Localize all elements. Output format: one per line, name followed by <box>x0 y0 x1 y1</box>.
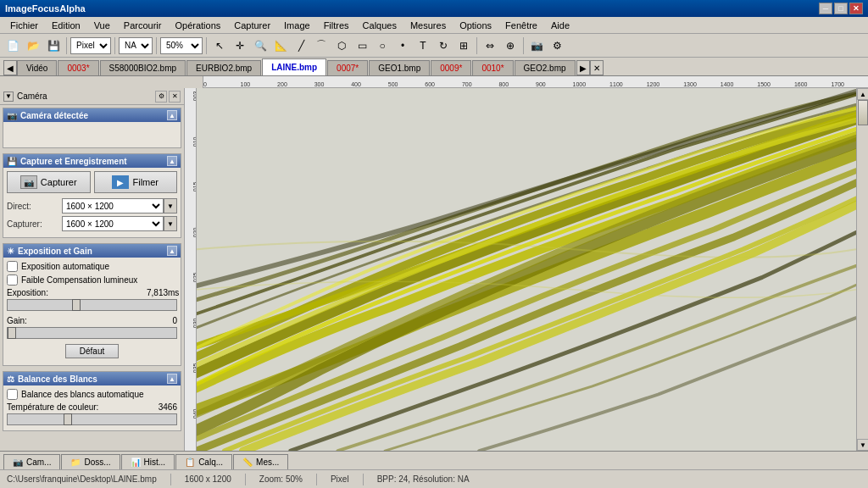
line-tool[interactable]: ╱ <box>292 36 310 55</box>
open-button[interactable]: 📂 <box>24 36 42 55</box>
direct-btn[interactable]: ▼ <box>164 198 177 214</box>
curve-tool[interactable]: ⌒ <box>312 36 331 55</box>
toolbar-sep-2 <box>114 37 115 54</box>
bottom-tab-icon-0: 📷 <box>13 458 23 467</box>
image-container[interactable] <box>197 88 856 451</box>
settings-tool[interactable]: ⚙ <box>548 36 566 55</box>
menu-item-image[interactable]: Image <box>277 19 317 32</box>
app-title: ImageFocusAlpha <box>5 3 86 14</box>
auto-expo-checkbox[interactable] <box>7 261 18 272</box>
tab-7[interactable]: 0009* <box>431 60 471 75</box>
auto-balance-checkbox[interactable] <box>7 389 18 400</box>
menu-item-parcourir[interactable]: Parcourir <box>117 19 169 32</box>
calibrate-tool[interactable]: ⊕ <box>501 36 520 55</box>
measure-tool[interactable]: 📐 <box>271 36 290 55</box>
point-tool[interactable]: • <box>393 36 412 55</box>
h-ruler-mark-5: 500 <box>388 81 398 87</box>
camera-config-button[interactable]: ⚙ <box>155 91 167 103</box>
camera-close-button[interactable]: ✕ <box>169 91 181 103</box>
status-zoom: Zoom: 50% <box>259 474 303 484</box>
film-btn-icon: ▶ <box>112 175 129 189</box>
pointer-tool[interactable]: ↖ <box>210 36 229 55</box>
tab-3[interactable]: EURBIO2.bmp <box>186 60 261 75</box>
menu-item-edition[interactable]: Edition <box>45 19 87 32</box>
menu-item-fichier[interactable]: Fichier <box>3 19 45 32</box>
capturer-btn[interactable]: ▼ <box>164 216 177 231</box>
tab-9[interactable]: GEO2.bmp <box>515 60 576 75</box>
capturer-select[interactable]: 1600 × 1200 <box>62 216 164 231</box>
tab-2[interactable]: S58000BIO2.bmp <box>100 60 186 75</box>
default-button[interactable]: Défaut <box>65 344 119 358</box>
scroll-thumb[interactable] <box>858 100 868 125</box>
bottom-tab-0[interactable]: 📷Cam... <box>3 454 60 469</box>
camera-collapse-button[interactable]: ▼ <box>3 92 14 102</box>
exposition-slider[interactable] <box>7 299 177 311</box>
text-tool[interactable]: T <box>414 36 432 55</box>
na-select[interactable]: NA <box>119 37 153 54</box>
faible-comp-checkbox[interactable] <box>7 274 18 286</box>
tab-6[interactable]: GEO1.bmp <box>369 60 430 75</box>
close-button[interactable]: ✕ <box>849 3 863 14</box>
tabs-close-button[interactable]: ✕ <box>590 60 604 75</box>
tabs-next-button[interactable]: ▶ <box>576 60 590 75</box>
rotate-tool[interactable]: ↻ <box>434 36 453 55</box>
crosshair-tool[interactable]: ✛ <box>231 36 249 55</box>
gain-value: 0 <box>147 316 177 325</box>
bottom-tab-4[interactable]: 📏Mes... <box>233 454 288 469</box>
direct-select[interactable]: 1600 × 1200 <box>62 198 164 214</box>
maximize-button[interactable]: □ <box>834 3 848 14</box>
tab-4[interactable]: LAINE.bmp <box>262 58 326 75</box>
camera-detected-body <box>3 122 181 147</box>
menu-item-vue[interactable]: Vue <box>87 19 117 32</box>
capture-section-close[interactable]: ▲ <box>167 156 177 166</box>
auto-expo-label: Exposition automatique <box>21 262 109 271</box>
menu-item-filtres[interactable]: Filtres <box>317 19 356 32</box>
bottom-tabs-bar: 📷Cam...📁Doss...📊Hist...📋Calq...📏Mes... <box>0 451 868 469</box>
menu-item-capturer[interactable]: Capturer <box>227 19 277 32</box>
grid-tool[interactable]: ⊞ <box>454 36 473 55</box>
bottom-tab-label-1: Doss... <box>84 458 110 467</box>
minimize-button[interactable]: ─ <box>819 3 832 14</box>
status-sep-3 <box>316 474 317 485</box>
bottom-tab-3[interactable]: 📋Calq... <box>175 454 232 469</box>
menu-item-aide[interactable]: Aide <box>544 19 576 32</box>
exposition-close[interactable]: ▲ <box>167 246 177 256</box>
tab-0[interactable]: Vidéo <box>17 60 57 75</box>
balance-close[interactable]: ▲ <box>167 374 177 384</box>
ellipse-tool[interactable]: ○ <box>373 36 392 55</box>
balance-icon: ⚖ <box>7 374 14 384</box>
tabs-prev-button[interactable]: ◀ <box>3 60 17 75</box>
polygon-tool[interactable]: ⬡ <box>332 36 351 55</box>
temp-slider[interactable] <box>7 413 177 425</box>
scale-tool[interactable]: ⇔ <box>481 36 499 55</box>
tab-8[interactable]: 0010* <box>472 60 513 75</box>
save-button[interactable]: 💾 <box>44 36 63 55</box>
film-button[interactable]: ▶ Filmer <box>94 171 178 193</box>
new-button[interactable]: 📄 <box>3 36 22 55</box>
menu-item-options[interactable]: Options <box>453 19 498 32</box>
menu-item-fenêtre[interactable]: Fenêtre <box>498 19 544 32</box>
gain-slider[interactable] <box>7 327 177 339</box>
tab-5[interactable]: 0007* <box>327 60 368 75</box>
rect-tool[interactable]: ▭ <box>353 36 371 55</box>
menu-item-calques[interactable]: Calques <box>356 19 403 32</box>
toolbar-sep-4 <box>206 37 207 54</box>
unit-select[interactable]: Pixel <box>70 37 111 54</box>
camera-detected-close[interactable]: ▲ <box>167 110 177 120</box>
bottom-tab-1[interactable]: 📁Doss... <box>61 454 120 469</box>
scroll-up-button[interactable]: ▲ <box>857 88 868 100</box>
titlebar: ImageFocusAlpha ─ □ ✕ <box>0 0 868 17</box>
zoom-select[interactable]: 50% <box>160 37 203 54</box>
scroll-down-button[interactable]: ▼ <box>857 439 868 451</box>
zoom-tool[interactable]: 🔍 <box>251 36 270 55</box>
exposition-section: ☀ Exposition et Gain ▲ Exposition automa… <box>3 243 181 366</box>
exposition-header: ☀ Exposition et Gain ▲ <box>3 244 181 258</box>
statusbar: C:\Users\franquine\Desktop\LAINE.bmp 160… <box>0 469 868 488</box>
camera-tool[interactable]: 📷 <box>527 36 546 55</box>
menu-item-mesures[interactable]: Mesures <box>403 19 453 32</box>
tab-1[interactable]: 0003* <box>58 60 98 75</box>
menu-item-opérations[interactable]: Opérations <box>168 19 227 32</box>
capture-button[interactable]: 📷 Capturer <box>7 171 91 193</box>
bottom-tab-2[interactable]: 📊Hist... <box>121 454 175 469</box>
bottom-tab-label-4: Mes... <box>256 458 279 467</box>
